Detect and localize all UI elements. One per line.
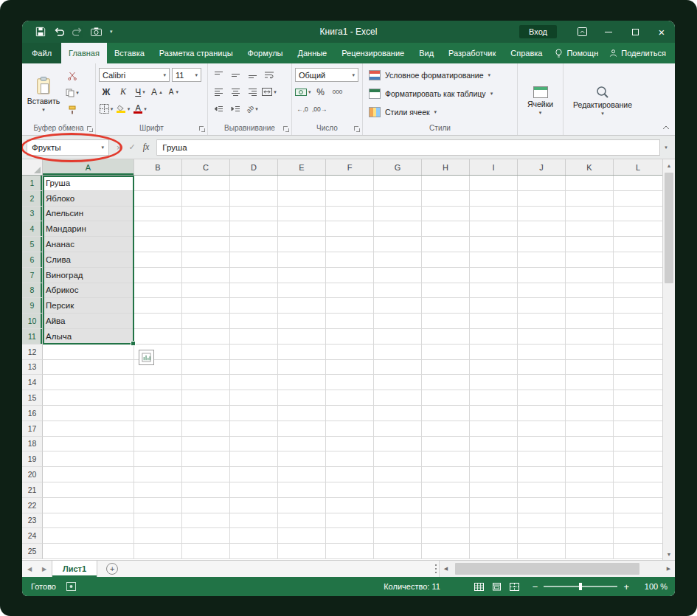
cell-E17[interactable]: [278, 421, 326, 437]
cell-F18[interactable]: [326, 437, 374, 452]
cell-G23[interactable]: [374, 513, 422, 529]
sheet-nav-prev-button[interactable]: ◀: [22, 561, 37, 577]
cell-F12[interactable]: [326, 345, 374, 360]
cell-D11[interactable]: [230, 329, 278, 345]
cell-I17[interactable]: [470, 421, 518, 437]
cell-F21[interactable]: [326, 482, 374, 498]
cell-L9[interactable]: [614, 298, 662, 314]
cell-B1[interactable]: [134, 176, 182, 191]
cell-L23[interactable]: [614, 513, 662, 529]
select-all-corner[interactable]: [22, 159, 43, 175]
cell-C14[interactable]: [182, 375, 230, 390]
cell-E14[interactable]: [278, 375, 326, 390]
cell-J3[interactable]: [518, 207, 566, 222]
cell-A24[interactable]: [43, 528, 134, 544]
styles-button[interactable]: Стили ячеек▾: [366, 104, 514, 120]
cell-K20[interactable]: [566, 467, 614, 482]
cell-B8[interactable]: [134, 283, 182, 299]
row-header-9[interactable]: 9: [22, 298, 43, 314]
cell-A20[interactable]: [43, 467, 134, 482]
row-header-16[interactable]: 16: [22, 406, 43, 421]
cell-A6[interactable]: Слива: [43, 252, 134, 268]
number-format-select[interactable]: Общий▾: [295, 68, 358, 82]
cell-C20[interactable]: [182, 467, 230, 482]
cell-C1[interactable]: [182, 176, 230, 191]
cell-C18[interactable]: [182, 437, 230, 452]
cell-K6[interactable]: [566, 252, 614, 268]
cell-A3[interactable]: Апельсин: [43, 207, 134, 222]
zoom-slider-thumb[interactable]: [579, 583, 582, 590]
cell-K25[interactable]: [566, 544, 614, 559]
cell-B25[interactable]: [134, 544, 182, 559]
cell-B10[interactable]: [134, 314, 182, 329]
row-header-14[interactable]: 14: [22, 375, 43, 390]
align-bottom-button[interactable]: [245, 68, 260, 83]
cell-B17[interactable]: [134, 421, 182, 437]
horizontal-scrollbar-thumb[interactable]: [455, 563, 639, 575]
cell-K5[interactable]: [566, 237, 614, 252]
row-header-4[interactable]: 4: [22, 221, 43, 237]
cell-K3[interactable]: [566, 207, 614, 222]
ribbon-tab[interactable]: Рецензирование: [334, 43, 412, 63]
cell-L14[interactable]: [614, 375, 662, 390]
ribbon-tab[interactable]: Данные: [290, 43, 334, 63]
cell-J22[interactable]: [518, 498, 566, 513]
copy-button[interactable]: ▾: [65, 86, 80, 100]
cell-A5[interactable]: Ананас: [43, 237, 134, 252]
cell-L18[interactable]: [614, 437, 662, 452]
cell-F20[interactable]: [326, 467, 374, 482]
cell-G4[interactable]: [374, 221, 422, 237]
column-header-G[interactable]: G: [374, 159, 422, 175]
cell-F4[interactable]: [326, 221, 374, 237]
comma-style-button[interactable]: 000: [330, 85, 345, 100]
cell-H4[interactable]: [422, 221, 470, 237]
normal-view-icon[interactable]: [474, 583, 484, 591]
collapse-ribbon-button[interactable]: [662, 120, 670, 133]
cell-F5[interactable]: [326, 237, 374, 252]
column-header-E[interactable]: E: [278, 159, 326, 175]
cell-A4[interactable]: Мандарин: [43, 221, 134, 237]
cell-A10[interactable]: Айва: [43, 314, 134, 329]
cell-J6[interactable]: [518, 252, 566, 268]
cell-L22[interactable]: [614, 498, 662, 513]
cell-L12[interactable]: [614, 345, 662, 360]
cell-F22[interactable]: [326, 498, 374, 513]
cell-E9[interactable]: [278, 298, 326, 314]
cell-E10[interactable]: [278, 314, 326, 329]
column-header-K[interactable]: K: [566, 159, 614, 175]
alignment-dialog-launcher[interactable]: [283, 126, 289, 132]
cell-E4[interactable]: [278, 221, 326, 237]
zoom-in-button[interactable]: +: [623, 581, 629, 592]
cell-J4[interactable]: [518, 221, 566, 237]
cell-G11[interactable]: [374, 329, 422, 345]
cell-C21[interactable]: [182, 482, 230, 498]
cell-D21[interactable]: [230, 482, 278, 498]
vertical-scrollbar-thumb[interactable]: [665, 173, 673, 283]
cell-I19[interactable]: [470, 451, 518, 467]
cell-B6[interactable]: [134, 252, 182, 268]
cell-I23[interactable]: [470, 513, 518, 529]
close-button[interactable]: ×: [648, 21, 675, 43]
cell-K15[interactable]: [566, 390, 614, 406]
cell-G18[interactable]: [374, 437, 422, 452]
cell-K13[interactable]: [566, 360, 614, 376]
cell-A8[interactable]: Абрикос: [43, 283, 134, 299]
cell-G12[interactable]: [374, 345, 422, 360]
cell-I15[interactable]: [470, 390, 518, 406]
row-header-2[interactable]: 2: [22, 191, 43, 207]
align-right-button[interactable]: [245, 85, 260, 100]
cell-G22[interactable]: [374, 498, 422, 513]
cell-J14[interactable]: [518, 375, 566, 390]
add-sheet-button[interactable]: +: [106, 563, 118, 575]
cell-D9[interactable]: [230, 298, 278, 314]
row-header-25[interactable]: 25: [22, 544, 43, 559]
share-button[interactable]: Поделиться: [609, 49, 666, 58]
cell-A2[interactable]: Яблоко: [43, 191, 134, 207]
underline-button[interactable]: Ч▾: [133, 85, 148, 100]
cell-E23[interactable]: [278, 513, 326, 529]
percent-style-button[interactable]: %: [313, 85, 328, 100]
cell-B5[interactable]: [134, 237, 182, 252]
vertical-scrollbar[interactable]: ▲ ▼: [662, 159, 675, 560]
name-box[interactable]: Фрукты▾: [27, 139, 109, 156]
shrink-font-button[interactable]: А▼: [167, 85, 181, 100]
